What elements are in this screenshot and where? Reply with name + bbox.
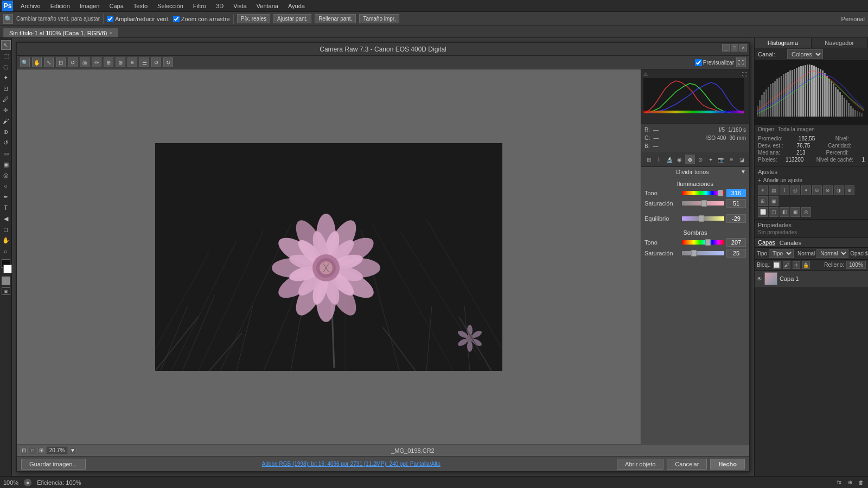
dodge-tool[interactable]: ○	[1, 181, 11, 191]
corner-arrows-icon[interactable]: ⚠	[643, 72, 648, 77]
magic-wand-tool[interactable]: ✦	[1, 73, 11, 82]
layer-row[interactable]: 👁 Capa 1	[755, 271, 868, 287]
rellenar-pant-button[interactable]: Rellenar pant.	[315, 14, 356, 23]
zoom-tool-icon[interactable]: 🔍	[3, 14, 13, 24]
menu-3d[interactable]: 3D	[212, 2, 228, 10]
photo-filter-btn[interactable]: ⊕	[845, 185, 854, 195]
move-tool[interactable]: ↖	[1, 40, 11, 50]
hand-tool[interactable]: ✋	[1, 235, 11, 245]
zoom-in-button[interactable]: 🔍	[20, 57, 30, 67]
effects-icon[interactable]: ✦	[706, 155, 716, 164]
saturacion-iluminaciones-slider[interactable]	[682, 201, 724, 206]
saturacion-sombras-value[interactable]	[726, 249, 746, 258]
levels-btn[interactable]: ▤	[769, 185, 778, 195]
new-layer-icon[interactable]: ⊕	[846, 479, 854, 486]
tono-sombras-value[interactable]	[726, 238, 746, 247]
crop-tool[interactable]: ⊡	[1, 84, 11, 93]
path-selection-tool[interactable]: ◀	[1, 214, 11, 223]
hsl-adj-btn[interactable]: ⊙	[812, 185, 822, 195]
tono-iluminaciones-thumb[interactable]	[718, 190, 723, 196]
detail-icon[interactable]: 🔬	[665, 155, 674, 164]
exposure-btn[interactable]: ◎	[790, 185, 800, 195]
preview-checkbox-label[interactable]: Previsualizar	[695, 59, 734, 66]
histogram-tab[interactable]: Histograma	[755, 38, 812, 48]
tab-close-button[interactable]: ×	[109, 30, 112, 36]
gradient-tool[interactable]: ▣	[1, 159, 11, 169]
menu-filtro[interactable]: Filtro	[189, 2, 210, 10]
hand-raw-button[interactable]: ✋	[32, 57, 42, 67]
threshold-btn[interactable]: ◧	[780, 207, 789, 217]
relleno-input[interactable]	[846, 261, 866, 269]
zoom-arrastre-checkbox[interactable]: Zoom con arrastre	[173, 16, 230, 22]
dialog-minimize-button[interactable]: _	[722, 44, 730, 52]
add-ajuste-label[interactable]: Añadir un ajuste	[763, 177, 802, 183]
equilibrio-slider[interactable]	[682, 216, 724, 221]
lock-transparent-btn[interactable]: ⬜	[773, 261, 781, 269]
list2-button[interactable]: ☰	[139, 57, 149, 67]
pix-reales-button[interactable]: Píx. reales	[237, 14, 270, 23]
tamano-impr-button[interactable]: Tamaño impr.	[359, 14, 399, 23]
fullscreen-button[interactable]: ⛶	[736, 57, 746, 67]
file-info-link[interactable]: Adobe RGB (1998); bit 16; 4096 por 2731 …	[262, 461, 441, 467]
eyedropper-tool[interactable]: 🖊	[1, 94, 11, 104]
saturacion-iluminaciones-value[interactable]	[726, 199, 746, 208]
curves-btn[interactable]: ⌇	[780, 185, 789, 195]
done-button[interactable]: Hecho	[710, 459, 745, 470]
color-balance-btn[interactable]: ⊗	[823, 185, 833, 195]
rotation-button[interactable]: ↺	[68, 57, 78, 67]
saturacion-iluminaciones-thumb[interactable]	[701, 200, 707, 207]
hsl-icon[interactable]: ◉	[675, 155, 685, 164]
red-filter-button[interactable]: ⊗	[116, 57, 125, 67]
split-toning-icon[interactable]: ⊗	[685, 155, 695, 164]
menu-vista[interactable]: Vista	[229, 2, 251, 10]
text-tool[interactable]: T	[1, 203, 11, 213]
tono-iluminaciones-value[interactable]	[726, 189, 746, 197]
menu-ventana[interactable]: Ventana	[252, 2, 283, 10]
capas-tab[interactable]: Capas	[758, 239, 775, 246]
navigator-tab[interactable]: Navegador	[812, 38, 869, 48]
zoom-actual-button[interactable]: □	[29, 447, 36, 454]
add-ajuste-icon[interactable]: +	[758, 177, 761, 183]
save-image-button[interactable]: Guardar imagen...	[21, 459, 86, 470]
pen-tool[interactable]: ✒	[1, 192, 11, 202]
open-object-button[interactable]: Abrir objeto	[617, 459, 663, 470]
canales-tab[interactable]: Canales	[780, 240, 801, 246]
selective-color-btn[interactable]: ◎	[801, 207, 811, 217]
zoom-value[interactable]: 20.7%	[46, 446, 68, 454]
vibrance-btn[interactable]: ✦	[801, 185, 811, 195]
posterize-btn[interactable]: ◫	[769, 207, 778, 217]
lock-move-btn[interactable]: ✛	[793, 261, 800, 269]
channel-mixer-btn[interactable]: ⊞	[758, 196, 768, 206]
lock-image-btn[interactable]: 🖌	[783, 261, 790, 269]
tone-curve-icon[interactable]: ⌇	[654, 155, 664, 164]
zoom-dropdown-button[interactable]: ▼	[69, 447, 76, 454]
equilibrio-thumb[interactable]	[699, 215, 704, 222]
main-tab[interactable]: Sin título-1 al 100% (Capa 1, RGB/8) ×	[3, 28, 118, 37]
tono-sombras-slider[interactable]	[682, 240, 724, 245]
lock-all-btn[interactable]: 🔒	[802, 261, 810, 269]
ajustar-pant-button[interactable]: Ajustar pant.	[273, 14, 311, 23]
cancel-button[interactable]: Cancelar	[667, 459, 707, 470]
fx-icon[interactable]: fx	[835, 479, 843, 486]
menu-capa[interactable]: Capa	[105, 2, 127, 10]
color-lookup-btn[interactable]: ▣	[769, 196, 778, 206]
clone-stamp-tool[interactable]: ⊕	[1, 127, 11, 137]
rotate-right-button[interactable]: ↻	[163, 57, 173, 67]
screen-mode-icon[interactable]: ▣	[2, 287, 10, 295]
normal-select[interactable]: Normal	[816, 249, 848, 258]
menu-imagen[interactable]: Imagen	[75, 2, 104, 10]
brightness-contrast-btn[interactable]: ☀	[758, 185, 768, 195]
snapshots-icon[interactable]: ◪	[737, 155, 746, 164]
histogram-expand-icon[interactable]: ⛶	[742, 72, 747, 77]
background-color[interactable]	[3, 265, 12, 273]
menu-texto[interactable]: Texto	[129, 2, 152, 10]
saturacion-sombras-slider[interactable]	[682, 251, 724, 255]
status-indicator[interactable]: ●	[24, 479, 31, 486]
quick-mask-icon[interactable]	[2, 277, 10, 285]
brush-tool[interactable]: 🖌	[1, 116, 11, 126]
healing-brush-tool[interactable]: ✛	[1, 105, 11, 115]
crop-raw-button[interactable]: ⊡	[56, 57, 66, 67]
menu-seleccion[interactable]: Selección	[153, 2, 188, 10]
straighten-button[interactable]: ⤡	[44, 57, 54, 67]
blur-tool[interactable]: ◎	[1, 170, 11, 180]
